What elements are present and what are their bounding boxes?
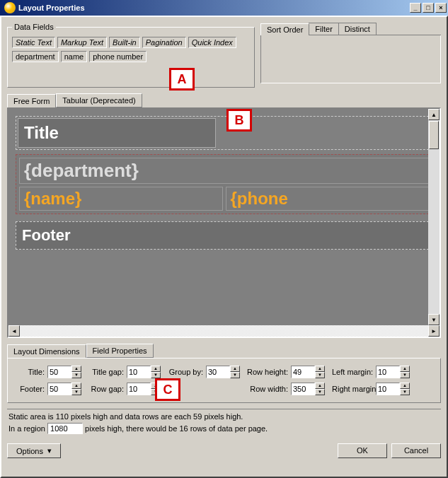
sort-tab-body xyxy=(260,35,441,83)
spin-up-icon[interactable]: ▲ xyxy=(230,366,240,372)
tag-static-text[interactable]: Static Text xyxy=(12,37,55,48)
spin-up-icon[interactable]: ▲ xyxy=(400,383,410,389)
tab-distinct[interactable]: Distinct xyxy=(338,23,377,35)
tag-built-in[interactable]: Built-in xyxy=(109,37,140,48)
row-gap-input[interactable] xyxy=(127,383,151,395)
region-input[interactable] xyxy=(47,423,83,434)
row-height-label: Row height: xyxy=(247,368,291,376)
ok-button[interactable]: OK xyxy=(338,443,387,458)
tab-layout-dimensions[interactable]: Layout Dimensions xyxy=(7,344,86,358)
cancel-button[interactable]: Cancel xyxy=(391,443,441,458)
right-margin-input[interactable] xyxy=(376,383,400,395)
tag-pagination[interactable]: Pagination xyxy=(142,37,186,48)
right-margin-label: Right margin: xyxy=(332,385,376,393)
spin-down-icon[interactable]: ▼ xyxy=(315,389,325,395)
layout-canvas[interactable]: Title {department} {name} {phone Footer … xyxy=(7,107,441,338)
options-button[interactable]: Options▾ xyxy=(7,443,61,458)
row-gap-label: Row gap: xyxy=(88,385,127,393)
scroll-down-icon[interactable]: ▼ xyxy=(428,314,440,325)
app-icon xyxy=(4,2,16,13)
tag-markup-text[interactable]: Markup Text xyxy=(57,37,107,48)
row-width-input[interactable] xyxy=(291,383,315,395)
tag-phone-number[interactable]: phone number xyxy=(89,51,147,62)
chevron-down-icon: ▾ xyxy=(47,446,52,455)
spin-down-icon[interactable]: ▼ xyxy=(151,372,161,378)
footer-label: Footer: xyxy=(12,385,47,393)
left-margin-input[interactable] xyxy=(376,366,400,378)
scroll-thumb[interactable] xyxy=(429,121,439,149)
title-input[interactable] xyxy=(47,366,71,378)
spin-down-icon[interactable]: ▼ xyxy=(400,389,410,395)
sort-tabs-panel: Sort Order Filter Distinct xyxy=(260,23,441,88)
canvas-title-field[interactable]: Title xyxy=(18,118,216,148)
window-body: Data Fields Static Text Markup Text Buil… xyxy=(0,16,448,478)
data-fields-legend: Data Fields xyxy=(12,23,56,31)
title-gap-input[interactable] xyxy=(127,366,151,378)
left-margin-label: Left margin: xyxy=(332,368,376,376)
tab-filter[interactable]: Filter xyxy=(309,23,338,35)
row-height-input[interactable] xyxy=(291,366,315,378)
spin-up-icon[interactable]: ▲ xyxy=(400,366,410,372)
footer-input[interactable] xyxy=(47,383,71,395)
spin-up-icon[interactable]: ▲ xyxy=(315,383,325,389)
window-title: Layout Properties xyxy=(18,4,410,12)
scroll-up-icon[interactable]: ▲ xyxy=(428,109,440,120)
tag-department[interactable]: department xyxy=(12,51,59,62)
data-fields-group: Data Fields Static Text Markup Text Buil… xyxy=(7,23,255,88)
titlebar: Layout Properties _ □ × xyxy=(0,0,448,16)
title-gap-label: Title gap: xyxy=(88,368,127,376)
spin-up-icon[interactable]: ▲ xyxy=(71,366,81,372)
group-by-input[interactable] xyxy=(206,366,230,378)
callout-a: A xyxy=(169,68,195,91)
spin-up-icon[interactable]: ▲ xyxy=(71,383,81,389)
canvas-phone-field[interactable]: {phone xyxy=(226,187,430,211)
canvas-dept-field[interactable]: {department} xyxy=(19,158,429,184)
scroll-right-icon[interactable]: ► xyxy=(428,325,440,337)
spin-down-icon[interactable]: ▼ xyxy=(315,372,325,378)
spin-up-icon[interactable]: ▲ xyxy=(315,366,325,372)
group-by-label: Group by: xyxy=(168,368,206,376)
row-width-label: Row width: xyxy=(247,385,291,393)
tag-name[interactable]: name xyxy=(61,51,88,62)
static-info-line2: In a region pixels high, there would be … xyxy=(8,423,440,434)
minimize-button[interactable]: _ xyxy=(410,3,421,13)
spin-down-icon[interactable]: ▼ xyxy=(400,372,410,378)
horizontal-scrollbar[interactable]: ◄ ► xyxy=(8,325,440,337)
maximize-button[interactable]: □ xyxy=(423,3,434,13)
spin-up-icon[interactable]: ▲ xyxy=(151,366,161,372)
close-button[interactable]: × xyxy=(435,3,447,13)
tab-free-form[interactable]: Free Form xyxy=(7,94,56,108)
spin-down-icon[interactable]: ▼ xyxy=(71,389,81,395)
static-info-line1: Static area is 110 pixels high and data … xyxy=(8,412,440,421)
callout-b: B xyxy=(226,109,252,132)
vertical-scrollbar[interactable]: ▲ ▼ xyxy=(428,109,440,325)
spin-down-icon[interactable]: ▼ xyxy=(71,372,81,378)
title-label: Title: xyxy=(12,368,47,376)
tab-sort-order[interactable]: Sort Order xyxy=(260,23,309,35)
spin-down-icon[interactable]: ▼ xyxy=(230,372,240,378)
canvas-name-field[interactable]: {name} xyxy=(19,187,223,211)
tab-tabular[interactable]: Tabular (Deprecated) xyxy=(56,93,142,107)
canvas-footer-field[interactable]: Footer xyxy=(16,221,432,250)
scroll-left-icon[interactable]: ◄ xyxy=(8,325,20,337)
tab-field-properties[interactable]: Field Properties xyxy=(86,344,154,358)
callout-c: C xyxy=(155,378,180,401)
tag-quick-index[interactable]: Quick Index xyxy=(188,37,236,48)
